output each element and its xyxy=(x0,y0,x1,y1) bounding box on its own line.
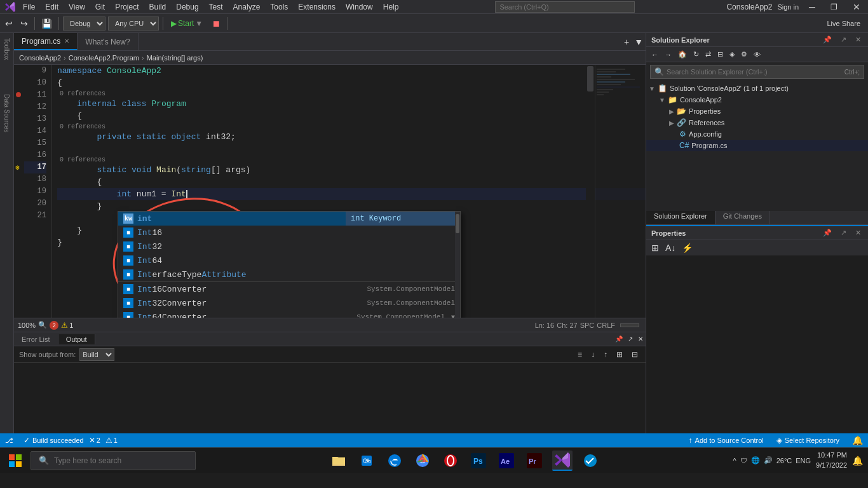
tab-whats-new[interactable]: What's New? xyxy=(78,33,138,50)
taskbar-icon-vs[interactable] xyxy=(552,451,573,471)
tab-program-cs[interactable]: Program.cs ✕ xyxy=(14,33,78,50)
ac-item-int32[interactable]: ■ Int32 xyxy=(118,240,460,254)
notification-icon[interactable]: 🔔 xyxy=(852,456,863,466)
output-toolbar-btn-1[interactable]: ≡ xyxy=(575,349,585,360)
tree-project[interactable]: ▼ 📁 ConsoleApp2 xyxy=(646,94,868,105)
minimize-btn[interactable]: ─ xyxy=(804,2,820,12)
tab-menu-btn[interactable]: ▼ xyxy=(632,36,646,48)
float-props-btn[interactable]: ↗ xyxy=(839,228,848,238)
undo-btn[interactable]: ↩ xyxy=(3,17,15,30)
sign-in-btn[interactable]: Sign in xyxy=(777,3,799,11)
taskbar-icon-edge[interactable] xyxy=(384,451,405,471)
se-tab-solution-explorer[interactable]: Solution Explorer xyxy=(646,211,715,224)
float-panel-btn[interactable]: ↗ xyxy=(839,35,848,44)
close-panel-btn[interactable]: ✕ xyxy=(853,35,863,44)
menu-item-edit[interactable]: Edit xyxy=(40,1,64,13)
se-preview-btn[interactable]: 👁 xyxy=(751,50,763,60)
solution-search[interactable]: 🔍 Ctrl+; xyxy=(650,65,864,79)
se-home-btn[interactable]: 🏠 xyxy=(675,49,689,60)
platform-select[interactable]: Any CPU xyxy=(108,17,159,30)
tray-expand-btn[interactable]: ^ xyxy=(733,457,736,464)
tree-references[interactable]: ▶ 🔗 References xyxy=(646,117,868,128)
vs-logo[interactable] xyxy=(3,0,18,14)
menu-item-analyze[interactable]: Analyze xyxy=(228,1,266,13)
ac-item-int[interactable]: kw int int Keyword xyxy=(118,212,460,226)
se-sync-btn[interactable]: ⇄ xyxy=(703,49,714,60)
taskbar-search[interactable]: 🔍 xyxy=(31,451,196,470)
debug-config-select[interactable]: Debug xyxy=(63,17,105,30)
ac-item-interfacetype[interactable]: ■ InterfaceTypeAttribute xyxy=(118,268,460,281)
notification-btn[interactable]: 🔔 xyxy=(852,435,863,445)
se-forward-btn[interactable]: → xyxy=(662,50,674,60)
start-btn[interactable]: ▶ Start ▼ xyxy=(167,18,207,29)
pin-panel-btn[interactable]: 📌 xyxy=(821,35,834,44)
menu-item-help[interactable]: Help xyxy=(378,1,404,13)
tree-program-cs[interactable]: C# Program.cs xyxy=(646,140,868,151)
live-share-btn[interactable]: Live Share xyxy=(827,20,860,27)
scroll-indicator[interactable] xyxy=(620,323,639,327)
props-events-btn[interactable]: ⚡ xyxy=(679,240,695,255)
tray-language[interactable]: ENG xyxy=(796,457,811,464)
output-toolbar-btn-3[interactable]: ↑ xyxy=(601,349,610,360)
close-output-btn[interactable]: ✕ xyxy=(635,334,646,344)
error-indicator[interactable]: ✕ 2 xyxy=(89,436,100,445)
add-to-source-control-btn[interactable]: ↑ Add to Source Control xyxy=(689,436,764,445)
solution-search-input[interactable] xyxy=(667,68,842,76)
taskbar-icon-file-explorer[interactable] xyxy=(329,451,349,471)
system-clock[interactable]: 10:47 PM 9/17/2022 xyxy=(816,451,847,470)
menu-item-project[interactable]: Project xyxy=(110,1,144,13)
save-btn[interactable]: 💾 xyxy=(39,17,55,30)
code-editor[interactable]: ⚙ 9 10 11 12 13 14 15 16 17 18 19 20 21 xyxy=(14,65,646,318)
tree-app-config[interactable]: ⚙ App.config xyxy=(646,128,868,140)
error-badge[interactable]: 2 xyxy=(50,321,58,330)
menu-item-extensions[interactable]: Extensions xyxy=(293,1,341,13)
ac-item-int64[interactable]: ■ Int64 xyxy=(118,254,460,268)
menu-item-build[interactable]: Build xyxy=(144,1,172,13)
pin-output-btn[interactable]: 📌 xyxy=(613,334,625,344)
output-toolbar-btn-2[interactable]: ↓ xyxy=(588,349,597,360)
se-back-btn[interactable]: ← xyxy=(649,50,661,60)
editor-scrollbar[interactable] xyxy=(586,65,595,318)
props-alphabetical-btn[interactable]: A↓ xyxy=(663,240,678,255)
se-filter-btn[interactable]: ⚙ xyxy=(738,49,750,60)
taskbar-icon-premiere[interactable]: Pr xyxy=(524,451,545,471)
autocomplete-dropdown[interactable]: kw int int Keyword ■ Int16 ■ Int32 xyxy=(118,211,461,318)
taskbar-icon-ae[interactable]: Ae xyxy=(496,451,517,471)
tab-error-list[interactable]: Error List xyxy=(14,334,58,344)
menu-item-tools[interactable]: Tools xyxy=(265,1,293,13)
tree-solution[interactable]: ▼ 📋 Solution 'ConsoleApp2' (1 of 1 proje… xyxy=(646,83,868,94)
taskbar-icon-chrome[interactable] xyxy=(412,451,433,471)
breadcrumb-project[interactable]: ConsoleApp2 xyxy=(19,54,61,62)
menu-item-test[interactable]: Test xyxy=(204,1,228,13)
new-tab-btn[interactable]: + xyxy=(621,36,632,48)
tree-properties[interactable]: ▶ 📂 Properties xyxy=(646,105,868,117)
tray-volume-icon[interactable]: 🔊 xyxy=(764,456,773,464)
restore-btn[interactable]: ❐ xyxy=(825,3,843,11)
search-input-top[interactable] xyxy=(495,1,635,13)
ac-item-int32converter[interactable]: ■ Int32Converter System.ComponentModel xyxy=(118,296,460,310)
se-refresh-btn[interactable]: ↻ xyxy=(691,49,702,60)
taskbar-icon-telegram[interactable] xyxy=(580,451,600,471)
menu-item-view[interactable]: View xyxy=(64,1,90,13)
ac-item-int16converter[interactable]: ■ Int16Converter System.ComponentModel xyxy=(118,282,460,296)
ac-item-int64converter[interactable]: ■ Int64Converter System.ComponentModel ▼ xyxy=(118,310,460,318)
taskbar-icon-photoshop[interactable]: Ps xyxy=(468,451,489,471)
output-toolbar-btn-4[interactable]: ⊞ xyxy=(614,349,625,360)
taskbar-search-input[interactable] xyxy=(54,456,168,465)
float-output-btn[interactable]: ↗ xyxy=(625,334,635,344)
menu-item-git[interactable]: Git xyxy=(90,1,110,13)
props-by-category-btn[interactable]: ⊞ xyxy=(649,240,661,255)
se-collapse-btn[interactable]: ⊟ xyxy=(715,49,726,60)
taskbar-icon-opera[interactable] xyxy=(440,451,461,471)
breadcrumb-method[interactable]: Main(string[] args) xyxy=(147,54,203,62)
toolbox-icon[interactable]: Toolbox xyxy=(2,36,11,62)
data-sources-icon[interactable]: Data Sources xyxy=(2,92,11,135)
select-repository-btn[interactable]: ◈ Select Repository xyxy=(776,436,839,445)
tab-output[interactable]: Output xyxy=(58,334,95,344)
attach-btn[interactable]: ⏹ xyxy=(209,17,223,30)
breadcrumb-namespace[interactable]: ConsoleApp2.Program xyxy=(69,54,139,62)
ac-item-int16[interactable]: ■ Int16 xyxy=(118,226,460,240)
output-source-select[interactable]: Build Debug xyxy=(79,348,114,361)
se-pending-btn[interactable]: ◈ xyxy=(727,49,737,60)
close-btn[interactable]: ✕ xyxy=(848,2,865,12)
